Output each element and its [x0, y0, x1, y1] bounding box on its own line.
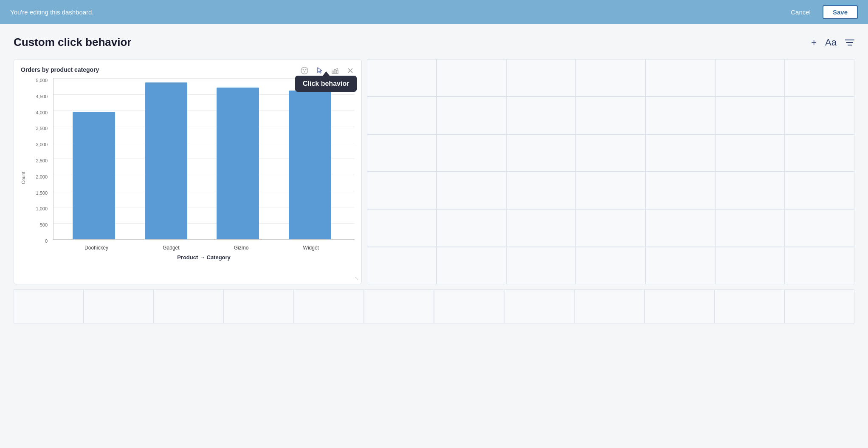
grid-cell [645, 209, 715, 247]
grid-cell [437, 172, 506, 209]
empty-grid [367, 59, 854, 284]
grid-cell [645, 247, 715, 284]
svg-rect-9 [336, 70, 338, 74]
chart-tool-button[interactable] [329, 65, 341, 77]
grid-cell [645, 172, 715, 209]
page-title-row: Custom click behavior + Aa [14, 36, 854, 49]
svg-point-6 [304, 71, 305, 73]
grid-cell [437, 209, 506, 247]
add-button[interactable]: + [811, 37, 817, 48]
grid-cell [715, 96, 785, 134]
grid-cell [437, 96, 506, 134]
close-tool-button[interactable] [344, 65, 356, 77]
grid-cell [715, 172, 785, 209]
y-tick-1000: 1,000 [36, 207, 48, 211]
main-content: Custom click behavior + Aa Orders by pro… [0, 24, 868, 335]
bar-doohickey-rect [73, 112, 115, 239]
grid-cell [576, 134, 645, 172]
grid-cell [367, 209, 437, 247]
bar-chart: Count 5,000 4,500 4,000 3,500 3,000 2,50… [21, 78, 355, 261]
strip-cell [294, 289, 364, 323]
y-tick-0: 0 [45, 239, 48, 244]
grid-cell [367, 59, 437, 96]
bar-gizmo-rect [217, 88, 259, 239]
close-icon [347, 68, 353, 74]
x-label-doohickey: Doohickey [85, 245, 108, 251]
grid-cell [785, 96, 854, 134]
strip-cell [504, 289, 574, 323]
y-tick-4500: 4,500 [36, 94, 48, 99]
x-label-widget: Widget [303, 245, 319, 251]
grid-cell [367, 96, 437, 134]
title-actions: + Aa [811, 37, 854, 48]
grid-cell [715, 247, 785, 284]
grid-cell [715, 134, 785, 172]
strip-cell [84, 289, 154, 323]
y-axis-ticks: 5,000 4,500 4,000 3,500 3,000 2,500 2,00… [28, 78, 51, 244]
grid-cell [785, 172, 854, 209]
grid-cell [437, 247, 506, 284]
grid-cell [576, 247, 645, 284]
y-tick-2000: 2,000 [36, 175, 48, 179]
x-axis-title: Product → Category [53, 254, 355, 261]
grid-cell [576, 96, 645, 134]
svg-point-3 [301, 67, 308, 74]
bar-widget-rect [289, 91, 331, 239]
strip-cell [714, 289, 784, 323]
banner-actions: Cancel Save [784, 5, 858, 19]
save-button[interactable]: Save [823, 5, 858, 19]
banner-message: You're editing this dashboard. [10, 9, 94, 16]
y-axis-label: Count [21, 78, 26, 261]
tooltip-popup: Click behavior [295, 76, 357, 92]
bottom-strip [14, 289, 854, 323]
y-tick-3500: 3,500 [36, 126, 48, 131]
grid-cell [506, 172, 576, 209]
svg-point-4 [303, 69, 304, 71]
strip-cell [784, 289, 854, 323]
grid-cell [576, 209, 645, 247]
grid-cell [715, 209, 785, 247]
y-tick-2500: 2,500 [36, 159, 48, 163]
x-label-gadget: Gadget [163, 245, 179, 251]
strip-cell [644, 289, 714, 323]
filter-button[interactable] [845, 39, 854, 46]
grid-cell [576, 59, 645, 96]
edit-banner: You're editing this dashboard. Cancel Sa… [0, 0, 868, 24]
page-title: Custom click behavior [14, 36, 131, 49]
strip-cell [364, 289, 434, 323]
y-tick-5000: 5,000 [36, 78, 48, 83]
grid-cell [437, 59, 506, 96]
resize-handle[interactable]: ⤡ [355, 275, 359, 281]
svg-point-5 [305, 69, 307, 71]
grid-cell [367, 172, 437, 209]
cancel-button[interactable]: Cancel [784, 6, 817, 18]
strip-cell [154, 289, 224, 323]
tooltip-text: Click behavior [303, 80, 349, 87]
palette-tool-button[interactable] [299, 65, 310, 77]
dashboard-area: Orders by product category [14, 59, 854, 284]
bar-gizmo[interactable] [217, 88, 259, 239]
chart-inner: 5,000 4,500 4,000 3,500 3,000 2,500 2,00… [28, 78, 355, 261]
svg-rect-7 [332, 71, 334, 74]
bar-gadget[interactable] [145, 82, 187, 239]
grid-cell [437, 134, 506, 172]
filter-icon [845, 39, 854, 46]
font-button[interactable]: Aa [825, 37, 837, 48]
bar-widget[interactable] [289, 91, 331, 239]
grid-cell [367, 134, 437, 172]
grid-cell [506, 247, 576, 284]
bar-doohickey[interactable] [73, 112, 115, 239]
x-label-gizmo: Gizmo [234, 245, 249, 251]
grid-cell [645, 134, 715, 172]
grid-cell [645, 96, 715, 134]
y-tick-1500: 1,500 [36, 191, 48, 196]
strip-cell [434, 289, 504, 323]
grid-cell [785, 209, 854, 247]
palette-icon [301, 67, 308, 74]
grid-cell [785, 134, 854, 172]
y-tick-4000: 4,000 [36, 111, 48, 115]
chart-plot [53, 78, 355, 240]
bar-gadget-rect [145, 82, 187, 239]
strip-cell [574, 289, 644, 323]
grid-cell [645, 59, 715, 96]
